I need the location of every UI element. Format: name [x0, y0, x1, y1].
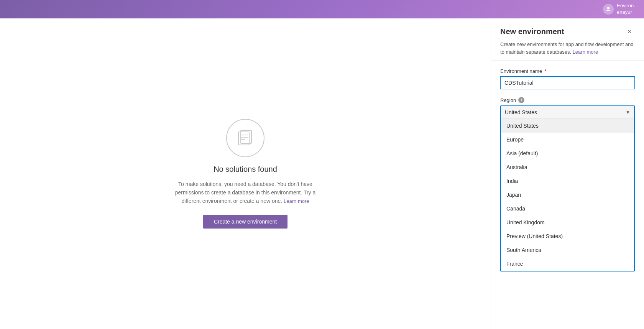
panel-learn-more-link[interactable]: Learn more [573, 49, 598, 55]
no-solutions-icon [226, 119, 264, 157]
svg-rect-0 [238, 132, 249, 145]
required-marker: * [544, 68, 546, 74]
region-option[interactable]: France [501, 257, 634, 271]
top-bar: Environ... enayur [0, 0, 644, 18]
region-option[interactable]: Preview (United States) [501, 229, 634, 243]
region-option[interactable]: Asia (default) [501, 146, 634, 160]
panel-close-button[interactable]: × [624, 26, 635, 37]
new-environment-panel: New environment × Create new environment… [491, 18, 644, 329]
env-name-field-group: Environment name * [500, 68, 635, 89]
region-select-button[interactable]: United States ▼ [501, 106, 634, 118]
region-option[interactable]: South America [501, 243, 634, 257]
region-selected-value: United States [505, 109, 537, 115]
region-field-group: Region i United States ▼ United StatesEu… [500, 97, 635, 271]
region-dropdown-list: United StatesEuropeAsia (default)Austral… [501, 118, 634, 271]
chevron-down-icon: ▼ [626, 110, 630, 115]
region-option[interactable]: United States [501, 119, 634, 133]
panel-header: New environment × Create new environment… [491, 18, 644, 61]
panel-body: Environment name * Region i United State… [491, 61, 644, 329]
svg-rect-1 [241, 130, 251, 143]
region-label: Region i [500, 97, 635, 103]
region-option[interactable]: Japan [501, 188, 634, 202]
region-option[interactable]: Canada [501, 202, 634, 215]
content-area: No solutions found To make solutions, yo… [0, 18, 491, 329]
panel-description: Create new environments for app and flow… [500, 41, 635, 56]
no-solutions-title: No solutions found [214, 165, 277, 174]
content-learn-more-link[interactable]: Learn more [284, 198, 309, 204]
region-option[interactable]: United Kingdom [501, 215, 634, 229]
avatar [603, 4, 614, 15]
region-option[interactable]: Australia [501, 160, 634, 174]
panel-title: New environment [500, 27, 564, 36]
top-bar-right: Environ... enayur [603, 3, 638, 16]
create-new-environment-button[interactable]: Create a new environment [203, 215, 288, 229]
topbar-user-info: Environ... enayur [617, 3, 638, 16]
main-area: No solutions found To make solutions, yo… [0, 18, 644, 329]
region-option[interactable]: Europe [501, 133, 634, 146]
region-dropdown-container: United States ▼ United StatesEuropeAsia … [500, 105, 635, 271]
env-name-label: Environment name * [500, 68, 635, 74]
panel-title-row: New environment × [500, 26, 635, 37]
region-info-icon[interactable]: i [518, 97, 524, 103]
no-solutions-desc: To make solutions, you need a database. … [165, 180, 326, 206]
region-option[interactable]: India [501, 174, 634, 188]
env-name-input[interactable] [500, 76, 635, 89]
